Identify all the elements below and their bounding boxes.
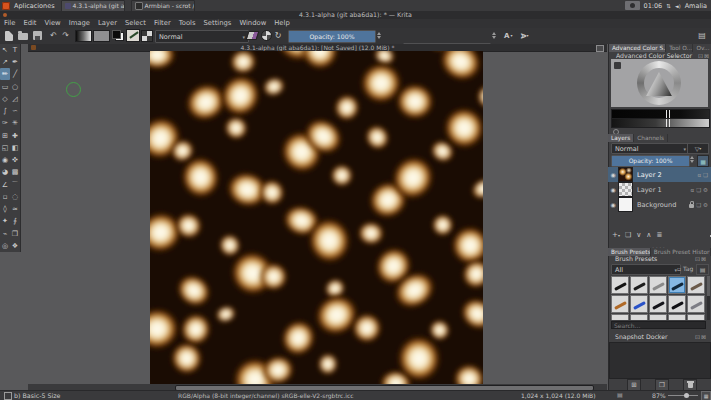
reload-preset-button[interactable]: ↻ xyxy=(273,30,283,41)
docker-buttons[interactable]: ⊡⊠ xyxy=(608,333,707,341)
docker-tab-0[interactable]: Advanced Color S... xyxy=(609,44,666,52)
tool-rectangle[interactable]: ▭ xyxy=(0,81,10,93)
preset-view-mode-button[interactable]: ▤ xyxy=(696,264,709,275)
tool-move[interactable]: ✚ xyxy=(10,130,20,142)
tool-assistants[interactable]: ∠ xyxy=(0,179,10,191)
brush-preset-cell[interactable] xyxy=(630,276,648,294)
subwindow-float-button[interactable] xyxy=(596,45,604,52)
tool-fill[interactable]: ◕ xyxy=(0,166,10,178)
opacity-spinner[interactable] xyxy=(377,30,381,41)
menu-window[interactable]: Window xyxy=(235,19,270,28)
tool-freehand-path[interactable]: ∽ xyxy=(10,105,20,117)
brush-preset-cell[interactable] xyxy=(668,295,686,313)
tool-enclose-fill[interactable]: ▩ xyxy=(10,166,20,178)
menu-view[interactable]: View xyxy=(41,19,65,28)
layers-tab-1[interactable]: Channels xyxy=(634,134,668,142)
preserve-alpha-button[interactable] xyxy=(261,30,272,41)
selector-settings-icon[interactable] xyxy=(614,62,621,69)
tool-rect-select[interactable]: ▫ xyxy=(0,191,10,203)
gradient-chooser[interactable] xyxy=(75,30,92,41)
layer-filter-button[interactable]: ▽▾ xyxy=(687,143,709,154)
tag-toggle[interactable]: ▫Tag xyxy=(677,264,693,273)
tool-zoom[interactable]: ◎ xyxy=(0,240,10,252)
opacity-slider[interactable]: Opacity: 100% xyxy=(288,30,376,43)
canvas-only-button[interactable]: ▦ xyxy=(701,391,711,400)
tool-polyline[interactable]: ◿ xyxy=(10,93,20,105)
tool-transform[interactable]: ⊞ xyxy=(0,130,10,142)
layer-thumbnail[interactable] xyxy=(618,197,633,212)
size-spinner[interactable] xyxy=(492,30,496,41)
docker-tab-2[interactable]: Ov... xyxy=(693,44,711,52)
tool-color-sampler[interactable]: ◉ xyxy=(0,154,10,166)
tool-edit-shapes[interactable]: ↗ xyxy=(0,56,10,68)
snapshot-list[interactable] xyxy=(609,342,711,379)
tool-pan[interactable]: ❖ xyxy=(10,240,20,252)
menu-image[interactable]: Image xyxy=(65,19,94,28)
canvas-texture[interactable] xyxy=(150,51,483,384)
zoom-slider[interactable] xyxy=(668,395,698,396)
tool-line[interactable]: ╱ xyxy=(10,68,20,80)
tool-crop[interactable]: ◱ xyxy=(0,142,10,154)
brush-preset-cell[interactable] xyxy=(687,314,705,320)
user-name[interactable]: Amalia xyxy=(685,2,707,10)
visibility-eye-icon[interactable]: ◉ xyxy=(608,201,618,208)
tool-bezier-select[interactable]: ∮ xyxy=(10,215,20,227)
taskbar-window-button[interactable]: Armbian - scrot /home/a... xyxy=(131,0,195,12)
preset-search-input[interactable] xyxy=(611,321,706,329)
tool-measure[interactable]: ⌒ xyxy=(10,179,20,191)
network-icon[interactable]: ⇅ xyxy=(666,3,671,9)
menu-filter[interactable]: Filter xyxy=(150,19,175,28)
mirror-vertical-button[interactable]: A▾ xyxy=(520,30,528,41)
brush-preset-cell[interactable] xyxy=(630,314,648,320)
menu-settings[interactable]: Settings xyxy=(200,19,236,28)
mirror-horizontal-button[interactable]: A▾ xyxy=(504,30,512,41)
tool-dynamic-brush[interactable]: ✑ xyxy=(0,117,10,129)
tool-similar-select[interactable]: ✦ xyxy=(0,215,10,227)
add-layer-button[interactable]: +▾ xyxy=(612,231,620,239)
volume-icon[interactable]: ◄) xyxy=(675,3,681,9)
preset-grid-scrollbar[interactable] xyxy=(707,276,710,320)
brush-preset-cell[interactable] xyxy=(611,314,629,320)
eraser-mode-button[interactable] xyxy=(247,30,258,41)
layer-blend-combo[interactable]: Normal▾ xyxy=(611,143,690,154)
distro-logo-icon[interactable] xyxy=(2,2,10,10)
new-document-button[interactable] xyxy=(3,30,15,41)
preset-scrollbar-thumb[interactable] xyxy=(707,276,710,296)
visibility-eye-icon[interactable]: ◉ xyxy=(608,186,618,193)
applications-menu[interactable]: Aplicaciones xyxy=(14,2,55,10)
open-document-button[interactable] xyxy=(17,30,29,41)
layer-row[interactable]: ◉ Background ❏⚙ xyxy=(608,197,711,212)
tool-freehand-brush[interactable]: ✏ xyxy=(0,68,10,80)
blending-mode-combo[interactable]: Normal▾ xyxy=(155,30,249,43)
tool-smart-patch[interactable]: ✜ xyxy=(10,154,20,166)
preset-filter-combo[interactable]: All▾ xyxy=(611,264,681,275)
gray-bar[interactable] xyxy=(611,118,710,128)
duplicate-layer-button[interactable]: ❏ xyxy=(625,231,631,239)
menu-layer[interactable]: Layer xyxy=(94,19,121,28)
pattern-chooser[interactable] xyxy=(93,30,110,41)
menu-help[interactable]: Help xyxy=(270,19,294,28)
brush-preset-cell[interactable] xyxy=(687,276,705,294)
tool-gradient[interactable]: ◧ xyxy=(10,142,20,154)
brush-preset-cell[interactable] xyxy=(687,295,705,313)
tool-ellipse[interactable]: ○ xyxy=(10,81,20,93)
brush-preset-cell[interactable] xyxy=(630,295,648,313)
tool-polygon-select[interactable]: ◊ xyxy=(0,203,10,215)
layer-thumbnail[interactable] xyxy=(618,167,633,182)
tool-multibrush[interactable]: ✳ xyxy=(10,117,20,129)
tool-polygon[interactable]: ◇ xyxy=(0,93,10,105)
menu-edit[interactable]: Edit xyxy=(19,19,40,28)
brush-preset-cell[interactable] xyxy=(649,276,667,294)
brush-preset-cell[interactable] xyxy=(649,295,667,313)
tool-magnetic-select[interactable]: ⌁ xyxy=(0,228,10,240)
layer-row[interactable]: ◉ Layer 1 α❏⚙ xyxy=(608,182,711,197)
save-button[interactable] xyxy=(31,30,43,41)
brush-preset-cell[interactable] xyxy=(668,276,686,294)
fg-bg-color-chooser[interactable] xyxy=(112,30,124,41)
brush-preset-cell[interactable] xyxy=(649,314,667,320)
tool-freehand-select[interactable]: ≈ xyxy=(10,203,20,215)
tool-bezier-curve[interactable]: ∫ xyxy=(0,105,10,117)
layer-row[interactable]: ◉ Layer 2 α❏ xyxy=(608,167,711,182)
layer-opacity-slider[interactable]: Opacity: 100% xyxy=(611,155,690,167)
layer-opacity-spinner[interactable] xyxy=(690,156,694,163)
